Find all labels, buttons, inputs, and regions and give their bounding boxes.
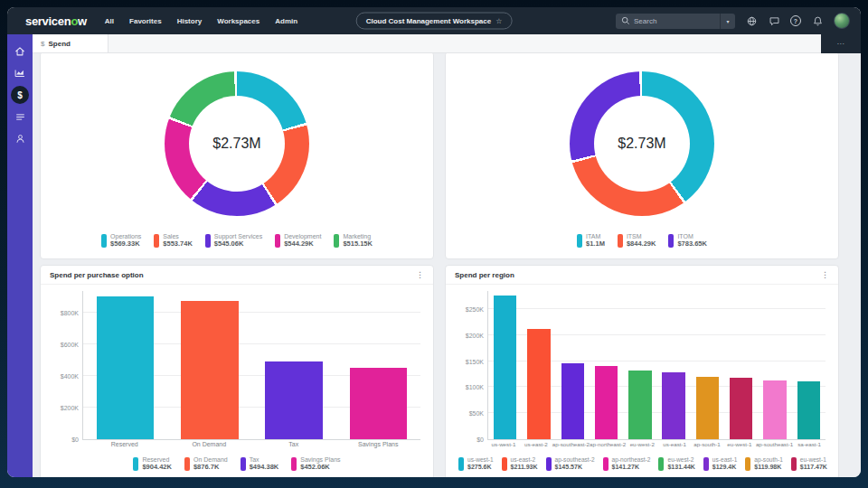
chat-icon[interactable] — [768, 14, 780, 27]
legend-item[interactable]: Operations$569.33K — [101, 233, 141, 249]
sidebar-item-home[interactable] — [7, 41, 33, 62]
legend-item[interactable]: us-east-1$129.4K — [703, 456, 738, 471]
tab-spend[interactable]: $ Spend — [33, 34, 108, 52]
legend-item[interactable]: Marketing$515.15K — [334, 233, 373, 249]
legend-value: $904.42K — [142, 464, 172, 472]
y-axis-tick: $0 — [476, 436, 484, 443]
bars-row — [488, 291, 826, 439]
legend-item[interactable]: ITSM$844.29K — [618, 233, 656, 249]
help-icon[interactable]: ? — [790, 15, 801, 26]
y-axis-tick: $200K — [466, 332, 484, 338]
spend-by-department-card: $2.73M Operations$569.33KSales$553.74KSu… — [40, 53, 434, 259]
search-input[interactable]: Search ▾ — [616, 14, 735, 29]
legend-item[interactable]: ap-northeast-2$141.27K — [603, 456, 651, 471]
list-icon — [14, 111, 26, 123]
bar[interactable] — [628, 371, 651, 439]
legend-item[interactable]: ITAM$1.1M — [577, 233, 605, 249]
bar[interactable] — [97, 296, 154, 439]
bar[interactable] — [662, 372, 684, 439]
bar[interactable] — [494, 296, 516, 439]
tab-overflow-menu[interactable]: ⋯ — [821, 34, 861, 53]
bar[interactable] — [696, 377, 719, 439]
legend-item[interactable]: ITOM$783.65K — [668, 233, 707, 249]
legend-texts: ITAM$1.1M — [586, 233, 605, 249]
legend-item[interactable]: ap-southeast-2$145.57K — [546, 456, 595, 471]
bar-slot — [656, 291, 690, 439]
legend-item[interactable]: ap-south-1$119.98K — [745, 456, 783, 471]
x-axis-labels: ReservedOn DemandTaxSavings Plans — [82, 441, 420, 447]
legend-value: $545.06K — [214, 240, 262, 249]
legend-item[interactable]: On Demand$876.7K — [184, 456, 228, 472]
legend-item[interactable]: eu-west-1$117.47K — [791, 456, 827, 471]
chart-legend: Operations$569.33KSales$553.74KSupport S… — [41, 233, 433, 249]
legend-value: $275.6K — [467, 464, 494, 471]
legend-item[interactable]: Tax$494.38K — [241, 456, 279, 472]
bar-slot — [488, 291, 522, 439]
bar[interactable] — [763, 380, 786, 439]
legend-item[interactable]: Reserved$904.42K — [133, 456, 172, 472]
bar[interactable] — [797, 381, 820, 439]
legend-item[interactable]: Sales$553.74K — [154, 233, 193, 249]
legend-texts: Tax$494.38K — [250, 456, 279, 472]
legend-texts: ITSM$844.29K — [627, 233, 656, 249]
spend-per-purchase-option-card: Spend per purchase option ⋮ $0$200K$400K… — [40, 265, 434, 477]
y-axis-tick: $150K — [466, 358, 484, 364]
search-scope-dropdown[interactable]: ▾ — [720, 14, 735, 29]
search-icon — [621, 16, 630, 25]
left-sidebar: $ — [7, 34, 33, 477]
legend-swatch — [618, 234, 623, 248]
legend-item[interactable]: Savings Plans$452.06K — [291, 456, 340, 472]
legend-swatch — [241, 457, 246, 471]
nav-history[interactable]: History — [177, 17, 203, 25]
bar[interactable] — [350, 368, 407, 439]
card-header: Spend per region ⋮ — [446, 266, 838, 285]
y-axis-tick: $200K — [61, 405, 79, 411]
legend-swatch — [577, 234, 582, 248]
legend-value: $452.06K — [300, 464, 340, 472]
nav-admin[interactable]: Admin — [275, 17, 297, 25]
sidebar-item-list[interactable] — [7, 106, 33, 127]
globe-icon[interactable] — [745, 14, 758, 27]
legend-item[interactable]: Support Services$545.06K — [205, 233, 262, 249]
legend-item[interactable]: us-east-2$211.93K — [502, 456, 538, 471]
workspace-title: Cloud Cost Management Workspace — [366, 17, 492, 25]
bar[interactable] — [527, 329, 550, 439]
kebab-menu-icon[interactable]: ⋮ — [821, 271, 829, 279]
legend-value: $553.74K — [163, 240, 193, 249]
nav-workspaces[interactable]: Workspaces — [217, 17, 259, 25]
bar[interactable] — [181, 301, 238, 439]
legend-swatch — [334, 234, 339, 248]
servicenow-logo[interactable]: servicenow — [25, 14, 87, 28]
nav-favorites[interactable]: Favorites — [129, 17, 162, 25]
legend-texts: eu-west-1$117.47K — [800, 456, 827, 471]
legend-texts: ap-southeast-2$145.57K — [555, 456, 595, 471]
sidebar-item-analytics[interactable] — [7, 62, 33, 84]
sidebar-item-spend[interactable]: $ — [7, 84, 33, 106]
bar-slot — [556, 291, 590, 439]
bar[interactable] — [265, 361, 322, 439]
y-axis-tick: $400K — [61, 373, 79, 380]
dollar-icon: $ — [11, 86, 29, 104]
header-right-cluster: Search ▾ ? — [616, 13, 850, 29]
bell-icon[interactable] — [811, 14, 824, 27]
bar[interactable] — [561, 363, 584, 439]
bar[interactable] — [595, 366, 618, 439]
bar-slot — [758, 291, 791, 439]
workspace-title-pill[interactable]: Cloud Cost Management Workspace ☆ — [356, 13, 513, 30]
legend-item[interactable]: us-west-1$275.6K — [458, 456, 494, 471]
legend-item[interactable]: Development$544.29K — [275, 233, 321, 249]
donut-chart[interactable]: $2.73M — [570, 71, 714, 216]
legend-texts: Reserved$904.42K — [142, 456, 172, 472]
kebab-menu-icon[interactable]: ⋮ — [416, 271, 424, 279]
donut-chart[interactable]: $2.73M — [165, 71, 309, 216]
sidebar-item-users[interactable] — [7, 127, 33, 149]
spend-by-service-card: $2.73M ITAM$1.1MITSM$844.29KITOM$783.65K — [445, 53, 839, 259]
star-icon[interactable]: ☆ — [495, 17, 502, 25]
user-avatar[interactable] — [834, 13, 850, 29]
legend-item[interactable]: eu-west-2$131.44K — [658, 456, 694, 471]
nav-all[interactable]: All — [105, 17, 114, 25]
line-chart-icon — [14, 67, 26, 80]
x-axis-label: On Demand — [167, 441, 252, 447]
bar[interactable] — [730, 378, 752, 439]
logo-text-end: w — [78, 14, 87, 28]
